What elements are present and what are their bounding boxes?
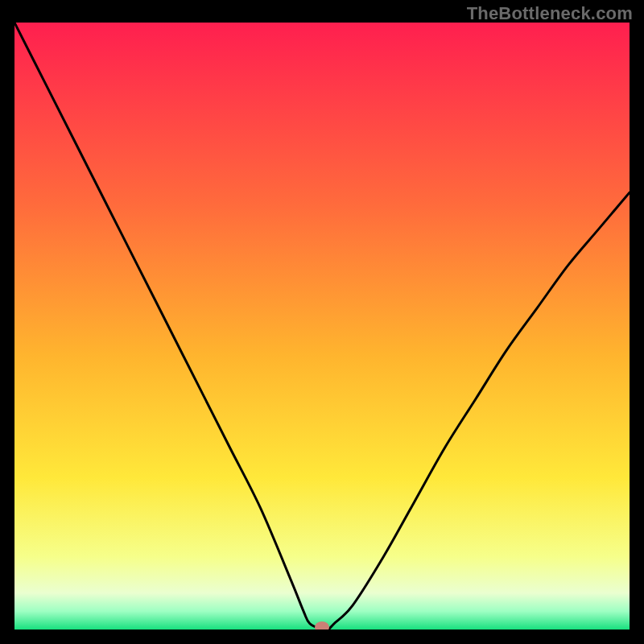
watermark-text: TheBottleneck.com: [467, 3, 633, 24]
plot-area: [14, 23, 630, 630]
chart-svg: [14, 23, 630, 630]
chart-frame: TheBottleneck.com: [0, 0, 644, 644]
gradient-background: [14, 23, 630, 630]
